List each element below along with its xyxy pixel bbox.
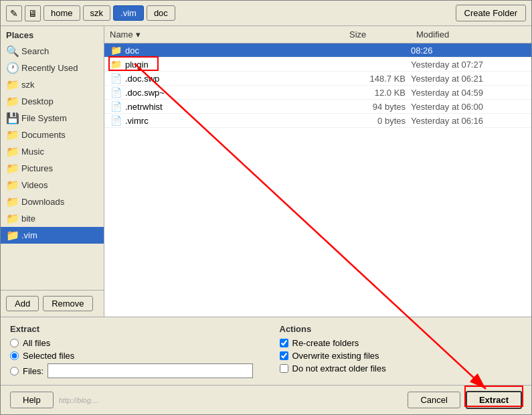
sidebar-item-music[interactable]: 📁 Music xyxy=(1,143,104,160)
sidebar-item-music-label: Music xyxy=(21,147,44,157)
folder-icon-plugin: 📁 xyxy=(110,59,122,70)
cancel-button[interactable]: Cancel xyxy=(408,392,460,408)
recreate-folders-row[interactable]: Re-create folders xyxy=(280,338,523,348)
no-older-checkbox[interactable] xyxy=(280,364,288,373)
vim-button[interactable]: .vim xyxy=(113,5,144,21)
sidebar-item-desktop[interactable]: 📁 Desktop xyxy=(1,93,104,110)
file-row-docswp2-size: 12.0 KB xyxy=(344,88,411,98)
sidebar-item-videos-label: Videos xyxy=(21,180,48,190)
file-row-docswp-size: 148.7 KB xyxy=(344,74,411,84)
downloads-icon: 📁 xyxy=(6,195,18,208)
file-row-plugin-modified: Yesterday at 07:27 xyxy=(411,60,531,70)
col-header-modified[interactable]: Modified xyxy=(411,28,531,41)
file-icon-docswp: 📄 xyxy=(110,73,122,84)
documents-icon: 📁 xyxy=(6,129,18,141)
edit-icon[interactable]: ✎ xyxy=(6,5,22,21)
extract-all-files-label: All files xyxy=(23,338,50,348)
file-row-netrwhist-name: 📄 .netrwhist xyxy=(104,101,344,112)
sidebar-item-documents[interactable]: 📁 Documents xyxy=(1,127,104,143)
extract-files-radio[interactable] xyxy=(10,367,19,376)
sidebar: Places 🔍 Search 🕐 Recently Used 📁 szk 📁 … xyxy=(1,26,104,317)
file-row-netrwhist[interactable]: 📄 .netrwhist 94 bytes Yesterday at 06:00 xyxy=(104,100,531,114)
sidebar-item-recently-used-label: Recently Used xyxy=(21,63,78,73)
folder-icon-doc: 📁 xyxy=(110,45,122,56)
sidebar-item-szk-label: szk xyxy=(21,80,35,90)
dialog-buttons: Help http://blog.... Cancel Extract xyxy=(1,385,531,414)
extract-all-files-radio[interactable] xyxy=(10,339,19,347)
no-older-row[interactable]: Do not extract older files xyxy=(280,363,523,374)
file-row-doc-name: 📁 doc xyxy=(104,45,344,56)
file-row-netrwhist-modified: Yesterday at 06:00 xyxy=(411,102,531,112)
file-row-doc-modified: 08:26 xyxy=(411,46,531,56)
extract-files-input[interactable] xyxy=(48,363,252,378)
file-row-docswp-modified: Yesterday at 06:21 xyxy=(411,74,531,84)
file-row-docswp2-name: 📄 .doc.swp~ xyxy=(104,87,344,98)
col-header-size[interactable]: Size xyxy=(344,28,411,41)
sidebar-item-documents-label: Documents xyxy=(21,130,66,140)
sidebar-item-vim[interactable]: 📁 .vim xyxy=(1,227,104,244)
file-list: 📁 doc 08:26 📁 plugin Yesterday at 07:27 xyxy=(104,44,531,317)
extract-button[interactable]: Extract xyxy=(466,391,522,409)
file-row-plugin-name: 📁 plugin xyxy=(104,59,344,70)
extract-selected-files-row[interactable]: Selected files xyxy=(10,351,253,361)
file-row-docswp-name: 📄 .doc.swp xyxy=(104,73,344,84)
extract-all-files-row[interactable]: All files xyxy=(10,338,253,348)
extract-selected-files-label: Selected files xyxy=(23,351,74,361)
sidebar-item-desktop-label: Desktop xyxy=(21,96,54,106)
sidebar-item-search[interactable]: 🔍 Search xyxy=(1,43,104,60)
szk-folder-icon: 📁 xyxy=(6,78,18,91)
watermark: http://blog.... xyxy=(59,396,100,404)
home-button[interactable]: home xyxy=(43,5,80,21)
sidebar-item-videos[interactable]: 📁 Videos xyxy=(1,177,104,193)
sidebar-item-bite-label: bite xyxy=(21,214,35,224)
extract-title: Extract xyxy=(10,324,253,334)
file-row-docswp2[interactable]: 📄 .doc.swp~ 12.0 KB Yesterday at 04:59 xyxy=(104,86,531,100)
file-row-netrwhist-size: 94 bytes xyxy=(344,102,411,112)
help-button[interactable]: Help xyxy=(10,392,54,408)
extract-selected-files-radio[interactable] xyxy=(10,351,19,360)
sidebar-item-downloads[interactable]: 📁 Downloads xyxy=(1,193,104,210)
extract-files-row[interactable]: Files: xyxy=(10,363,253,378)
sort-arrow-icon: ▾ xyxy=(136,29,141,39)
bite-icon: 📁 xyxy=(6,212,18,225)
file-row-doc[interactable]: 📁 doc 08:26 xyxy=(104,44,531,58)
doc-button[interactable]: doc xyxy=(147,5,175,21)
recreate-folders-label: Re-create folders xyxy=(292,338,359,348)
file-row-vimrc[interactable]: 📄 .vimrc 0 bytes Yesterday at 06:16 xyxy=(104,114,531,128)
sidebar-item-filesystem-label: File System xyxy=(21,113,67,123)
sidebar-item-pictures-label: Pictures xyxy=(21,163,53,173)
overwrite-existing-checkbox[interactable] xyxy=(280,351,288,360)
actions-checkbox-group: Re-create folders Overwrite existing fil… xyxy=(280,338,523,374)
vim-folder-icon: 📁 xyxy=(6,229,18,242)
create-folder-button[interactable]: Create Folder xyxy=(456,5,526,21)
main-content: Places 🔍 Search 🕐 Recently Used 📁 szk 📁 … xyxy=(1,26,531,317)
sidebar-bottom: Add Remove xyxy=(1,290,104,317)
remove-button[interactable]: Remove xyxy=(43,296,92,311)
file-icon-netrwhist: 📄 xyxy=(110,101,122,112)
file-row-vimrc-name: 📄 .vimrc xyxy=(104,115,344,126)
add-button[interactable]: Add xyxy=(6,296,39,311)
hdd-icon[interactable]: 🖥 xyxy=(25,5,41,21)
overwrite-existing-row[interactable]: Overwrite existing files xyxy=(280,351,523,361)
sidebar-item-pictures[interactable]: 📁 Pictures xyxy=(1,160,104,177)
file-row-docswp[interactable]: 📄 .doc.swp 148.7 KB Yesterday at 06:21 xyxy=(104,72,531,86)
recreate-folders-checkbox[interactable] xyxy=(280,339,288,347)
col-header-name[interactable]: Name ▾ xyxy=(104,28,344,41)
sidebar-item-bite[interactable]: 📁 bite xyxy=(1,210,104,227)
szk-button[interactable]: szk xyxy=(83,5,111,21)
sidebar-item-szk[interactable]: 📁 szk xyxy=(1,76,104,93)
file-list-header: Name ▾ Size Modified xyxy=(104,26,531,44)
desktop-icon: 📁 xyxy=(6,95,18,108)
no-older-label: Do not extract older files xyxy=(292,363,386,374)
search-icon: 🔍 xyxy=(6,45,18,58)
file-panel: Name ▾ Size Modified 📁 doc xyxy=(104,26,531,317)
file-icon-docswp2: 📄 xyxy=(110,87,122,98)
sidebar-item-filesystem[interactable]: 💾 File System xyxy=(1,110,104,127)
sidebar-item-downloads-label: Downloads xyxy=(21,197,64,207)
overwrite-existing-label: Overwrite existing files xyxy=(292,351,379,361)
sidebar-item-recently-used[interactable]: 🕐 Recently Used xyxy=(1,60,104,76)
toolbar: ✎ 🖥 home szk .vim doc Create Folder xyxy=(1,1,531,26)
file-row-plugin[interactable]: 📁 plugin Yesterday at 07:27 xyxy=(104,58,531,72)
recently-used-icon: 🕐 xyxy=(6,62,18,74)
extract-files-label: Files: xyxy=(23,366,43,376)
